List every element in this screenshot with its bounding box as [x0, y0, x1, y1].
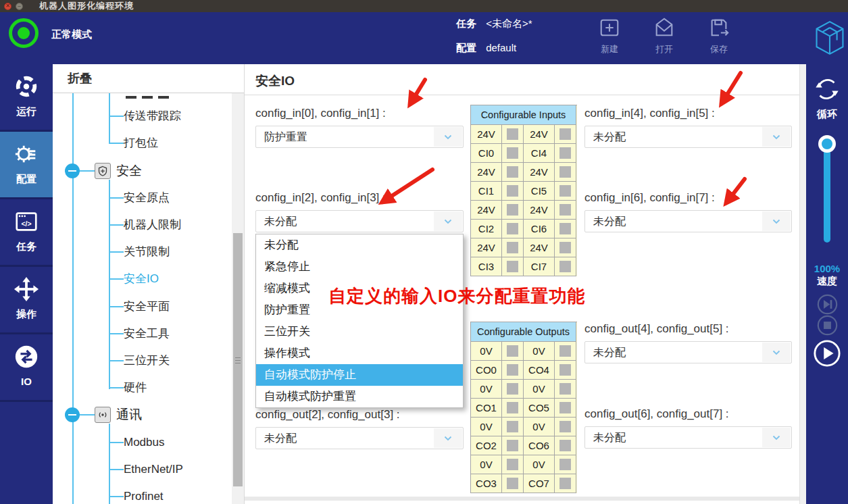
speed-slider-track[interactable] — [824, 144, 830, 243]
table-cell: 0V — [524, 418, 555, 436]
config-out-45-select[interactable]: 未分配 — [584, 341, 792, 363]
open-file-button[interactable]: 打开 — [652, 16, 676, 55]
tree-item-三位开关[interactable]: 三位开关 — [53, 351, 220, 370]
dropdown-option[interactable]: 紧急停止 — [256, 256, 463, 278]
config-in-45-select[interactable]: 未分配 — [584, 126, 792, 148]
config-out-67-select[interactable]: 未分配 — [584, 426, 792, 449]
terminal-indicator — [507, 421, 518, 432]
tree-item-label: 打包位 — [124, 134, 158, 153]
stop-button[interactable] — [817, 315, 838, 338]
titlebar: ✕ – 机器人图形化编程环境 — [0, 0, 848, 12]
step-button[interactable] — [817, 294, 838, 318]
table-cell: 0V — [524, 455, 555, 474]
new-file-icon — [598, 16, 621, 42]
task-value: <未命名>* — [486, 18, 532, 29]
tree-scrollbar-thumb[interactable] — [233, 233, 243, 486]
table-cell — [555, 474, 576, 493]
app-header: 正常模式 任务 <未命名>* 配置 default 新建打开保存 — [0, 12, 848, 64]
field-label: config_in[6], config_in[7] : — [584, 191, 792, 205]
tree-scrollbar[interactable] — [232, 93, 244, 504]
table-cell — [502, 257, 524, 276]
tree-item-通讯[interactable]: 通讯 — [53, 405, 220, 424]
tree-item-安全原点[interactable]: 安全原点 — [53, 188, 220, 207]
terminal-indicator — [507, 440, 518, 451]
config-in-23-select[interactable]: 未分配 — [255, 210, 464, 232]
play-button[interactable] — [813, 339, 841, 370]
window-close-button[interactable]: ✕ — [4, 3, 11, 10]
pin-label: CO2 — [476, 440, 497, 451]
app-window: ✕ – 机器人图形化编程环境 正常模式 任务 <未命名>* 配置 default… — [0, 0, 848, 504]
table-cell: CI2 — [471, 220, 502, 238]
tree-item-安全平面[interactable]: 安全平面 — [53, 297, 220, 316]
sidebar-item-任务[interactable]: </>任务 — [0, 199, 53, 267]
chevron-down-icon — [434, 127, 462, 147]
loop-label: 循环 — [817, 108, 837, 121]
collapse-button[interactable]: 折叠 — [68, 70, 92, 86]
table-cell — [502, 201, 524, 220]
new-file-button[interactable]: 新建 — [597, 16, 622, 55]
pin-label: 24V — [530, 166, 548, 178]
main-scrollbar[interactable] — [799, 64, 806, 504]
table-title: Configurable Inputs — [471, 105, 576, 125]
sidebar-item-配置[interactable]: 配置 — [0, 132, 53, 199]
collapse-toggle[interactable] — [65, 407, 80, 422]
tree-item-传送带跟踪[interactable]: 传送带跟踪 — [53, 107, 220, 126]
tree-item-安全[interactable]: 安全 — [53, 161, 220, 180]
page-title: 安全IO — [255, 72, 295, 90]
terminal-indicator — [559, 128, 571, 140]
tree-item-机器人限制[interactable]: 机器人限制 — [53, 216, 220, 234]
window-minimize-button[interactable]: – — [16, 3, 23, 10]
collapse-toggle[interactable] — [65, 163, 80, 178]
nav-label: 运行 — [16, 105, 36, 118]
config-in-01-select[interactable]: 防护重置 — [255, 126, 464, 148]
status-dot-icon — [18, 27, 30, 39]
sidebar-item-操作[interactable]: 操作 — [0, 267, 53, 334]
pin-label: 0V — [480, 383, 492, 395]
config-in-67-select[interactable]: 未分配 — [584, 210, 792, 232]
terminal-indicator — [559, 478, 571, 489]
task-label: 任务 — [456, 18, 476, 29]
sidebar-item-IO[interactable]: IO — [0, 334, 53, 402]
table-cell: 24V — [524, 238, 555, 257]
pin-label: 0V — [532, 345, 545, 357]
dropdown-option[interactable]: 未分配 — [256, 234, 463, 256]
dropdown-option[interactable]: 自动模式防护停止 — [256, 364, 463, 386]
table-cell: CO3 — [471, 474, 502, 493]
terminal-indicator — [507, 242, 518, 253]
svg-text:</>: </> — [21, 220, 31, 228]
field-label: config_in[4], config_in[5] : — [584, 107, 792, 120]
table-cell — [555, 257, 576, 276]
terminal-indicator — [559, 421, 571, 432]
dropdown-option[interactable]: 三位开关 — [256, 321, 463, 343]
loop-icon[interactable] — [813, 75, 841, 106]
speed-label: 速度 — [806, 275, 848, 288]
tree-item-安全工具[interactable]: 安全工具 — [53, 324, 220, 343]
tree-item-打包位[interactable]: 打包位 — [53, 134, 220, 153]
table-cell — [555, 399, 576, 418]
tree-item-硬件[interactable]: 硬件 — [53, 378, 220, 397]
terminal-indicator — [559, 459, 571, 470]
dropdown-option[interactable]: 操作模式 — [256, 343, 463, 364]
config-out-67-field: config_out[6], config_out[7] : 未分配 — [584, 407, 792, 449]
tree-item-关节限制[interactable]: 关节限制 — [53, 243, 220, 261]
pin-label: CI7 — [531, 261, 547, 272]
table-cell: 24V — [471, 238, 502, 257]
tree-item-Modbus[interactable]: Modbus — [53, 433, 220, 452]
pin-label: 24V — [477, 242, 495, 253]
dropdown-option[interactable]: 自动模式防护重置 — [256, 386, 463, 407]
table-cell — [502, 436, 524, 455]
speed-slider-knob[interactable] — [818, 135, 836, 153]
sidebar-item-运行[interactable]: 运行 — [0, 64, 53, 132]
tree-item-EtherNet/IP[interactable]: EtherNet/IP — [53, 460, 220, 479]
tree-item-label: 传送带跟踪 — [124, 107, 181, 126]
tree-item-clipped[interactable] — [53, 93, 188, 99]
save-icon — [707, 16, 730, 42]
save-button[interactable]: 保存 — [707, 16, 731, 55]
tree-item-安全IO[interactable]: 安全IO — [53, 270, 220, 288]
config-out-23-select[interactable]: 未分配 — [255, 427, 464, 449]
tree-item-Profinet[interactable]: Profinet — [53, 487, 220, 504]
pin-label: CI4 — [531, 147, 547, 159]
tree-connector — [109, 251, 124, 253]
pin-label: 0V — [532, 459, 545, 470]
tree-section-label: 通讯 — [116, 405, 142, 424]
